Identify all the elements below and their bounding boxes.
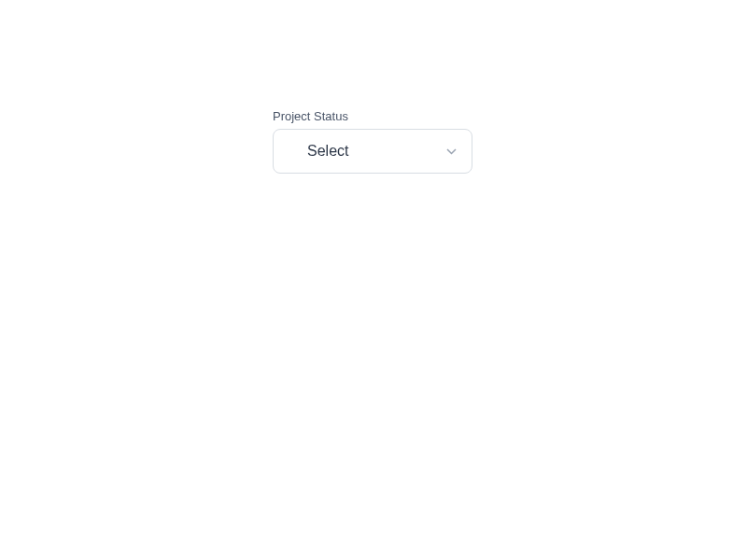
project-status-field: Project Status Select (273, 109, 472, 174)
chevron-down-icon (445, 146, 457, 157)
project-status-select[interactable]: Select (273, 129, 472, 174)
dropdown-selected-value: Select (307, 143, 457, 160)
project-status-label: Project Status (273, 109, 472, 123)
